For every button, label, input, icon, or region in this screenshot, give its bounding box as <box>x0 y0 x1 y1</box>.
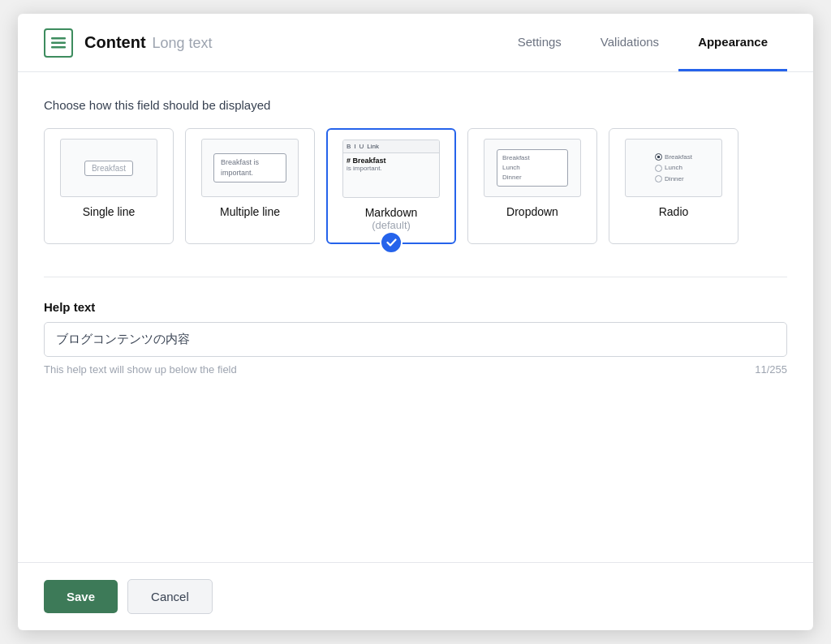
dropdown-preview: Breakfast Lunch Dinner <box>484 139 581 197</box>
radio-preview: Breakfast Lunch Dinner <box>625 139 722 197</box>
tab-appearance[interactable]: Appearance <box>678 14 787 71</box>
header-title-sub: Long text <box>153 35 213 52</box>
radio-item-2: Lunch <box>655 162 692 174</box>
multi-line-preview-text: Breakfast is important. <box>213 153 286 182</box>
md-body: is important. <box>347 165 436 172</box>
header-title-main: Content <box>84 33 146 52</box>
display-card-radio[interactable]: Breakfast Lunch Dinner Radio <box>609 128 738 244</box>
help-text-section: Help text This help text will show up be… <box>44 300 787 376</box>
md-bold: B <box>347 143 351 150</box>
md-italic: I <box>354 143 355 150</box>
markdown-content-area: # Breakfast is important. <box>343 153 439 197</box>
markdown-preview-content: B I U Link # Breakfast is important. <box>343 140 439 197</box>
multiple-line-label: Multiple line <box>220 205 280 218</box>
dropdown-label: Dropdown <box>506 205 558 218</box>
radio-item-3: Dinner <box>655 174 692 185</box>
svg-rect-1 <box>51 41 66 44</box>
radio-label: Radio <box>659 205 689 218</box>
display-options: Breakfast Single line Breakfast is impor… <box>44 128 787 244</box>
dropdown-item-2: Lunch <box>502 163 562 173</box>
display-card-single-line[interactable]: Breakfast Single line <box>44 128 174 244</box>
md-heading: # Breakfast <box>347 157 436 165</box>
cancel-button[interactable]: Cancel <box>127 579 213 614</box>
markdown-sublabel: (default) <box>372 219 411 231</box>
save-button[interactable]: Save <box>44 580 118 613</box>
help-text-label: Help text <box>44 300 787 314</box>
tab-validations[interactable]: Validations <box>581 14 678 71</box>
modal-container: Content Long text Settings Validations A… <box>18 14 813 630</box>
display-card-markdown[interactable]: B I U Link # Breakfast is important. Mar… <box>326 128 456 244</box>
display-section-title: Choose how this field should be displaye… <box>44 98 787 112</box>
help-text-hint-text: This help text will show up below the fi… <box>44 363 237 376</box>
svg-rect-2 <box>51 46 66 49</box>
dropdown-item-3: Dinner <box>502 173 562 182</box>
md-underline: U <box>360 143 364 150</box>
markdown-toolbar: B I U Link <box>343 140 439 153</box>
dropdown-item-1: Breakfast <box>502 153 562 163</box>
multiple-line-preview: Breakfast is important. <box>201 139 299 197</box>
radio-item-1: Breakfast <box>655 152 692 163</box>
radio-preview-list: Breakfast Lunch Dinner <box>655 152 692 185</box>
display-card-dropdown[interactable]: Breakfast Lunch Dinner Dropdown <box>467 128 597 244</box>
dropdown-preview-list: Breakfast Lunch Dinner <box>497 149 568 187</box>
help-text-input[interactable] <box>44 322 787 357</box>
modal-body: Choose how this field should be displaye… <box>18 72 813 562</box>
tab-settings[interactable]: Settings <box>498 14 581 71</box>
selected-checkmark-badge <box>380 231 403 254</box>
display-card-multiple-line[interactable]: Breakfast is important. Multiple line <box>185 128 315 244</box>
help-text-hint-row: This help text will show up below the fi… <box>44 363 787 376</box>
md-link: Link <box>367 143 379 150</box>
content-icon <box>44 28 73 58</box>
modal-header: Content Long text Settings Validations A… <box>18 14 813 72</box>
modal-footer: Save Cancel <box>18 562 813 630</box>
section-divider <box>44 277 787 277</box>
single-line-label: Single line <box>83 205 136 218</box>
help-text-count: 11/255 <box>755 363 787 376</box>
single-line-preview-input: Breakfast <box>84 161 133 176</box>
header-tabs: Settings Validations Appearance <box>498 14 787 71</box>
svg-rect-0 <box>51 37 66 40</box>
single-line-preview: Breakfast <box>60 139 157 197</box>
header-title-group: Content Long text <box>84 33 498 52</box>
markdown-label: Markdown <box>365 206 418 219</box>
markdown-preview: B I U Link # Breakfast is important. <box>342 140 440 198</box>
